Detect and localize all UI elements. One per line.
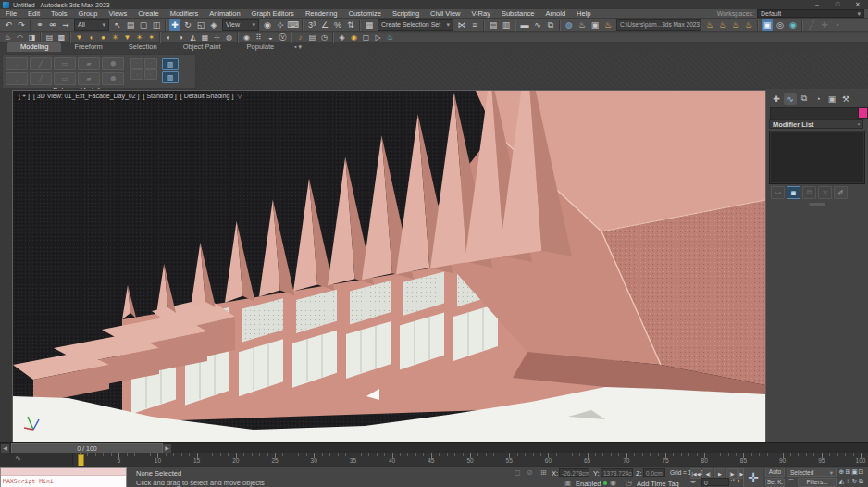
render-preset-4-icon[interactable]: ♨ (743, 19, 754, 31)
show-end-result-mini-button[interactable]: · (130, 69, 143, 80)
vray-triplanar-icon[interactable]: ◭ (188, 33, 198, 42)
use-pivot-point-center-icon[interactable]: ◉ (262, 19, 273, 31)
scene-list-icon[interactable]: ▤ (44, 33, 55, 42)
info-circle-icon[interactable]: ◉ (610, 479, 616, 487)
configure-modifier-sets-button[interactable]: ✐ (834, 186, 848, 199)
minimize-button[interactable]: – (807, 0, 827, 9)
toggle-ribbon-icon[interactable]: ▬ (519, 19, 530, 31)
activeshade-icon[interactable]: ◉ (787, 19, 799, 31)
align-icon[interactable]: ≡ (469, 19, 480, 31)
add-time-tag[interactable]: Add Time Tag (637, 480, 679, 487)
field-of-view-icon[interactable]: ◭ (838, 477, 845, 486)
hierarchy-tab[interactable]: ⧉ (798, 93, 811, 105)
x-coordinate-field[interactable]: -26.278cm (559, 468, 589, 477)
collapse-stack-button[interactable]: ⬢ (102, 72, 124, 85)
modify-mode-toggle-button[interactable]: ▥ (162, 58, 179, 70)
utilities-tab[interactable]: ⚒ (839, 93, 852, 105)
vray-logo-icon[interactable]: Ⓥ (278, 33, 288, 42)
select-and-rotate-icon[interactable]: ↻ (182, 19, 193, 31)
zoom-icon[interactable]: ⊕ (838, 468, 845, 477)
vray-environment-icon[interactable]: ◍ (224, 33, 234, 42)
time-tag-clock-icon[interactable]: ◷ (626, 479, 632, 487)
vray-scatter-icon[interactable]: ⠿ (254, 33, 264, 42)
vray-material-icon[interactable]: ◐ (164, 33, 174, 42)
select-object-icon[interactable]: ↖ (112, 19, 123, 31)
disabled-tool-2-icon[interactable]: ✚ (819, 19, 830, 31)
render-preset-1-icon[interactable]: ♨ (704, 19, 715, 31)
make-unique-button[interactable]: ⧉ (802, 186, 816, 199)
window-crossing-icon[interactable]: ◫ (151, 19, 162, 31)
viewport-renderer-menu[interactable]: [ Standard ] (143, 93, 177, 101)
viewport-canvas[interactable] (13, 91, 765, 442)
modifier-list-menu-icon[interactable]: ▪ (858, 121, 860, 127)
border-mode-button[interactable]: ▭ (54, 57, 76, 70)
motion-tab[interactable]: ◔ (812, 93, 825, 105)
tweak-button[interactable]: ╱ (30, 72, 52, 85)
ribbon-tab-object-paint[interactable]: Object Paint (170, 42, 234, 52)
render-production-icon[interactable]: ♨ (602, 19, 614, 31)
menu-graph-editors[interactable]: Graph Editors (246, 9, 300, 18)
polygon-mode-button[interactable]: ▰ (78, 57, 100, 70)
lock-stack-mini-button[interactable]: · (144, 58, 157, 69)
ribbon-tab-selection[interactable]: Selection (116, 42, 170, 52)
current-frame-field[interactable]: 0 (701, 478, 729, 486)
vray-sun-icon[interactable]: ✶ (146, 33, 156, 42)
set-key-button[interactable]: Set K. (765, 478, 785, 487)
vray-uvw-icon[interactable]: ▦ (200, 33, 210, 42)
mini-curve-editor-icon[interactable]: ∿ (15, 455, 21, 463)
render-last-icon[interactable]: ◎ (775, 19, 786, 31)
vray-plane-light-icon[interactable]: ▼ (74, 33, 84, 42)
keyboard-shortcut-override-icon[interactable]: ⌨ (288, 19, 299, 31)
menu-civil-view[interactable]: Civil View (425, 9, 465, 18)
object-color-swatch[interactable] (858, 107, 868, 119)
selection-lock-icon[interactable]: ⊘ (527, 468, 533, 477)
display-tab[interactable]: ▣ (825, 93, 838, 105)
vray-proxy-icon[interactable]: ◒ (266, 33, 276, 42)
vray-doc-2-icon[interactable]: ▷ (373, 33, 383, 42)
select-and-link-icon[interactable]: ⚭ (34, 19, 45, 31)
element-mode-button[interactable]: ⬢ (102, 57, 124, 70)
zoom-region-icon[interactable]: ⊡ (858, 468, 864, 477)
toggle-layer-explorer-icon[interactable]: ▥ (501, 19, 512, 31)
menu-file[interactable]: File (0, 9, 22, 18)
edit-poly-mode-toggle-button[interactable]: ▥ (162, 71, 179, 83)
vray-dome-light-icon[interactable]: ◖ (86, 33, 96, 42)
snaps-toggle-3d-icon[interactable]: 3³ (306, 19, 317, 31)
use-soft-selection-button[interactable]: ▰ (78, 72, 100, 85)
viewport-general-menu[interactable]: [ + ] (19, 93, 30, 101)
menu-scripting[interactable]: Scripting (387, 9, 425, 18)
vray-sphere-light-icon[interactable]: ● (98, 33, 108, 42)
menu-edit[interactable]: Edit (22, 9, 45, 18)
constraints-button[interactable]: ▭ (54, 72, 76, 85)
menu-group[interactable]: Group (73, 9, 104, 18)
modifier-list-dropdown[interactable]: Modifier List ▪ (769, 119, 863, 129)
menu-v-ray[interactable]: V-Ray (465, 9, 495, 18)
z-coordinate-field[interactable]: 0.0cm (643, 468, 665, 477)
render-vfb-icon[interactable]: ▣ (762, 19, 773, 31)
vray-displacement-icon[interactable]: ⊹ (212, 33, 222, 42)
menu-modifiers[interactable]: Modifiers (165, 9, 204, 18)
degradation-icon[interactable]: ▣ (564, 479, 572, 487)
menu-help[interactable]: Help (571, 9, 596, 18)
show-end-result-button[interactable]: ◙ (787, 186, 800, 199)
menu-substance[interactable]: Substance (496, 9, 539, 18)
select-and-scale-icon[interactable]: ◱ (195, 19, 206, 31)
ribbon-tab-populate[interactable]: Populate (234, 42, 288, 52)
redo-icon[interactable]: ↷ (16, 19, 27, 31)
rectangular-selection-region-icon[interactable]: ▢ (138, 19, 149, 31)
viewport-pov-menu[interactable]: [ 3D View: 01_Ext_Facade_Day_02 ] (33, 93, 140, 101)
selection-filter-dropdown[interactable]: All▾ (74, 19, 109, 31)
notification-bell-icon[interactable]: ♪ (295, 33, 305, 42)
vray-ies-light-icon[interactable]: ✳ (110, 33, 120, 42)
ribbon-minimize-icon[interactable]: ▪ ▾ (294, 43, 302, 52)
y-coordinate-field[interactable]: 1373.724cm (601, 468, 633, 477)
key-filters-icon[interactable]: ⌒ (787, 478, 795, 487)
menu-rendering[interactable]: Rendering (300, 9, 343, 18)
percent-snap-icon[interactable]: % (332, 19, 343, 31)
modifier-stack[interactable] (769, 131, 865, 184)
key-filters-button[interactable]: Filters... (798, 478, 837, 487)
pin-stack-button[interactable]: ⊶ (771, 186, 785, 199)
preserve-uvs-button[interactable]: ∙ (6, 72, 28, 85)
menu-tools[interactable]: Tools (45, 9, 73, 18)
select-and-move-icon[interactable]: ✚ (169, 19, 180, 31)
